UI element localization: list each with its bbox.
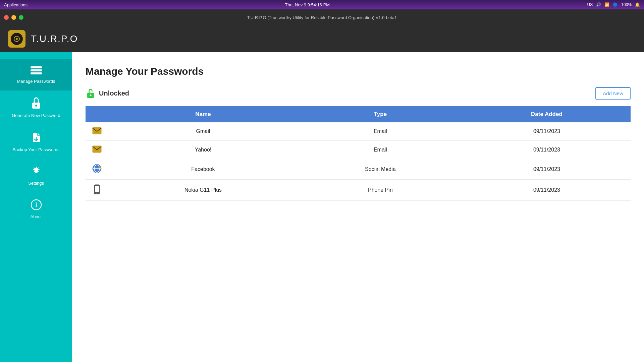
window-title: T.U.R.P.O (Trustworthy Utility for Relia… [247, 15, 397, 20]
page-title: Manage Your Passwords [86, 66, 631, 77]
social-media-icon [92, 164, 102, 173]
row-icon-cell [86, 180, 108, 201]
row-date: 09/11/2023 [463, 122, 631, 141]
title-bar: T.U.R.P.O (Trustworthy Utility for Relia… [0, 9, 644, 25]
table-col-date: Date Added [463, 106, 631, 122]
volume-icon: 🔊 [596, 2, 601, 7]
row-name: Nokia G11 Plus [108, 180, 298, 201]
settings-icon [31, 166, 42, 179]
battery-status: 100% [621, 2, 632, 7]
table-row[interactable]: GmailEmail09/11/2023 [86, 122, 631, 141]
svg-point-1 [16, 38, 18, 40]
app-logo [8, 30, 25, 48]
email-icon [92, 127, 102, 134]
table-col-type: Type [298, 106, 463, 122]
row-type: Email [298, 122, 463, 141]
svg-text:i: i [35, 201, 37, 208]
table-row[interactable]: Yahoo!Email09/11/2023 [86, 141, 631, 159]
status-bar: Unlocked Add New [86, 87, 631, 100]
sidebar-item-about[interactable]: i About [0, 192, 72, 226]
wifi-icon: 📶 [604, 2, 609, 7]
bluetooth-icon: 🔵 [613, 2, 618, 7]
settings-label: Settings [28, 181, 44, 186]
minimize-button[interactable] [11, 15, 16, 20]
svg-point-16 [99, 166, 101, 168]
password-table: Name Type Date Added GmailEmail09/11/202… [86, 106, 631, 201]
keyboard-layout: US [587, 2, 593, 7]
row-icon-cell [86, 141, 108, 159]
backup-icon [31, 131, 42, 145]
generate-password-icon [31, 97, 42, 111]
app-logo-icon [11, 33, 23, 45]
svg-rect-18 [95, 186, 99, 192]
row-date: 09/11/2023 [463, 159, 631, 180]
table-col-name: Name [108, 106, 298, 122]
table-body: GmailEmail09/11/2023 Yahoo!Email09/11/20… [86, 122, 631, 201]
table-col-icon [86, 106, 108, 122]
system-bar-left: Applications [4, 2, 28, 7]
manage-passwords-icon [30, 66, 42, 77]
main-layout: Manage Passwords Generate New Password [0, 52, 644, 362]
svg-point-19 [97, 193, 98, 194]
svg-rect-12 [93, 127, 101, 134]
about-icon: i [31, 199, 42, 212]
app-title: T.U.R.P.O [31, 34, 78, 44]
app-menu[interactable]: Applications [4, 2, 28, 7]
sidebar-item-backup[interactable]: Backup Your Passwords [0, 125, 72, 159]
row-type: Social Media [298, 159, 463, 180]
window-controls [4, 15, 23, 20]
table-row[interactable]: Nokia G11 PlusPhone Pin09/11/2023 [86, 180, 631, 201]
unlock-icon [86, 88, 96, 99]
svg-rect-2 [31, 66, 42, 68]
system-bar: Applications Thu, Nov 9 9:54:16 PM US 🔊 … [0, 0, 644, 9]
row-date: 09/11/2023 [463, 141, 631, 159]
manage-passwords-label: Manage Passwords [17, 79, 55, 84]
row-date: 09/11/2023 [463, 180, 631, 201]
row-icon-cell [86, 159, 108, 180]
sidebar-item-settings[interactable]: Settings [0, 159, 72, 192]
datetime: Thu, Nov 9 9:54:16 PM [285, 2, 330, 7]
svg-point-6 [35, 105, 37, 107]
backup-label: Backup Your Passwords [12, 147, 59, 152]
svg-rect-3 [31, 69, 42, 71]
notification-icon: 🔔 [635, 2, 640, 7]
row-icon-cell [86, 122, 108, 141]
svg-point-11 [90, 94, 91, 96]
sidebar-item-generate-password[interactable]: Generate New Password [0, 90, 72, 125]
status-left: Unlocked [86, 88, 129, 99]
app-header: T.U.R.P.O [0, 25, 644, 52]
close-button[interactable] [4, 15, 9, 20]
system-bar-center: Thu, Nov 9 9:54:16 PM [285, 2, 330, 7]
maximize-button[interactable] [19, 15, 23, 20]
row-name: Gmail [108, 122, 298, 141]
svg-rect-4 [31, 72, 42, 74]
generate-password-label: Generate New Password [12, 113, 60, 118]
sidebar: Manage Passwords Generate New Password [0, 52, 72, 362]
about-label: About [31, 214, 42, 219]
table-header: Name Type Date Added [86, 106, 631, 122]
row-name: Yahoo! [108, 141, 298, 159]
system-bar-right: US 🔊 📶 🔵 100% 🔔 [587, 2, 640, 7]
row-type: Phone Pin [298, 180, 463, 201]
table-header-row: Name Type Date Added [86, 106, 631, 122]
status-text: Unlocked [99, 89, 129, 97]
row-type: Email [298, 141, 463, 159]
svg-rect-13 [93, 146, 101, 153]
content-area: Manage Your Passwords Unlocked Add New N… [72, 52, 644, 362]
add-new-button[interactable]: Add New [595, 87, 631, 100]
email-icon [92, 145, 102, 153]
row-name: Facebook [108, 159, 298, 180]
table-row[interactable]: FacebookSocial Media09/11/2023 [86, 159, 631, 180]
sidebar-item-manage-passwords[interactable]: Manage Passwords [0, 59, 72, 90]
phone-icon [94, 184, 100, 194]
